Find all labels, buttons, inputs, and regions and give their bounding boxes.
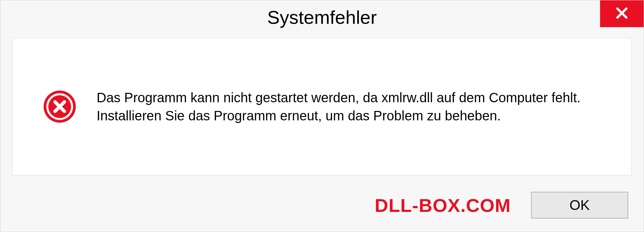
error-dialog: Systemfehler Das Programm kann nicht ges… [0,0,644,232]
content-panel: Das Programm kann nicht gestartet werden… [12,38,632,175]
dialog-footer: DLL-BOX.COM OK [0,179,644,232]
titlebar: Systemfehler [0,0,644,34]
watermark-text: DLL-BOX.COM [375,194,511,216]
error-icon [43,90,76,123]
dialog-title: Systemfehler [267,6,377,28]
error-message: Das Programm kann nicht gestartet werden… [97,89,600,125]
close-icon [614,5,630,22]
ok-button[interactable]: OK [531,192,628,219]
close-button[interactable] [600,0,644,27]
ok-button-label: OK [570,197,590,213]
